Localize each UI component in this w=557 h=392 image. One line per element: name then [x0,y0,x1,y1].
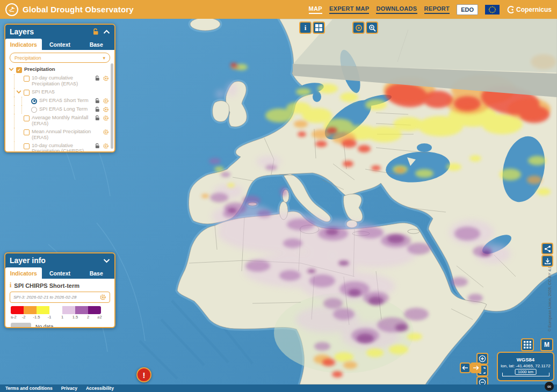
nav-downloads[interactable]: DOWNLOADS [376,5,417,14]
legend-label: 2 [87,315,89,320]
app-header: Global Drought Observatory MAPEXPERT MAP… [0,0,557,19]
zoom-area-button[interactable] [366,21,378,34]
legend-label: -2 [22,315,26,320]
download-button[interactable] [541,255,553,267]
layer-tree: ✓Precipitation10-day cumulative Precipit… [5,64,114,153]
expand-panel-icon[interactable] [103,258,110,263]
layer-tree-row: 10-day cumulative Precipitation (ERA5) [9,74,109,88]
footer-link-terms-and-conditions[interactable]: Terms and conditions [5,386,53,391]
layer-tree-row: 10-day cumulative Precipitation (CHIRPS) [9,142,109,153]
legend-labels: ≤-2-2-1.5-111.52≥2 [11,315,109,321]
no-data-label: No data [35,323,53,328]
nav-map[interactable]: MAP [309,5,322,14]
layer-checkbox[interactable]: ✓ [16,67,22,73]
share-button[interactable] [541,243,553,255]
next-extent-button[interactable] [471,362,481,373]
layer-tree-row: Average Monthly Rainfall (ERA5) [9,114,109,128]
layer-label[interactable]: Average Monthly Rainfall (ERA5) [32,115,92,127]
locate-button[interactable] [352,21,365,34]
legend-label: 1.5 [73,315,78,320]
layer-tree-row: ✓Precipitation [9,66,109,74]
layer-group-select-value: Precipitation [15,55,41,61]
map-info-button[interactable]: i [299,21,312,34]
layer-label[interactable]: Mean Annual Precipitation (ERA5) [32,129,92,141]
lock-icon[interactable] [94,75,100,81]
gear-icon[interactable] [103,75,109,82]
layer-info-header[interactable]: Layer info [5,253,114,267]
arrow-right-icon [473,365,479,371]
previous-extent-button[interactable] [460,362,471,373]
layer-checkbox[interactable] [24,129,30,135]
layers-scrollbar[interactable] [111,63,113,149]
layer-label[interactable]: SPI ERA5 Long Term [39,106,92,112]
gear-icon[interactable] [103,129,109,135]
layer-label[interactable]: 10-day cumulative Precipitation (CHIRPS) [32,143,92,153]
legend-label: ≤-2 [11,315,17,320]
layer-label[interactable]: SPI ERA5 Short Term [39,98,92,104]
tab-indicators[interactable]: Indicators [5,39,42,50]
tab-base[interactable]: Base [78,39,114,50]
gear-icon[interactable] [103,143,109,149]
gear-icon[interactable] [99,294,106,301]
layer-group-select[interactable]: Precipitation ▾ [10,53,110,63]
layer-checkbox[interactable] [24,76,30,82]
tab-context[interactable]: Context [42,39,78,50]
edo-button[interactable]: EDO [457,4,478,15]
legend-swatch [62,306,75,314]
crs-label: WGS84 [517,357,534,362]
layer-radio[interactable] [31,107,37,113]
warning-button[interactable]: ! [136,367,151,382]
layer-tree-row: Mean Annual Precipitation (ERA5) [9,128,109,142]
tab-context[interactable]: Context [42,267,78,279]
coordinates-box: WGS84 lon, lat: -41.4065, 72.1172 1000 k… [497,352,554,381]
gear-icon[interactable] [103,115,109,121]
layer-checkbox[interactable] [24,143,30,149]
legend: ≤-2-2-1.5-111.52≥2 [11,306,109,321]
zoom-out-icon [479,379,486,384]
copernicus-wordmark: Copernicus [516,6,552,13]
zoom-out-button[interactable] [476,376,488,384]
map-area[interactable]: Layers IndicatorsContextBase Precipitati… [0,19,557,384]
map-attribution: © European Union, 2026, CC BY 4.0 [547,267,552,332]
nav-report[interactable]: REPORT [424,5,450,14]
nav-expert-map[interactable]: EXPERT MAP [329,5,370,14]
layer-info-panel: Layer info IndicatorsContextBase i SPI C… [4,252,115,328]
layer-label[interactable]: 10-day cumulative Precipitation (ERA5) [32,75,92,87]
split-screen-button[interactable] [313,21,325,34]
unlock-icon[interactable] [92,28,99,35]
footer-link-accessibility[interactable]: Accessibility [86,386,114,391]
chevron-expand-icon[interactable] [9,67,14,71]
gear-icon[interactable] [103,98,109,104]
legend-label: ≥2 [97,315,102,320]
measure-button[interactable]: M [540,338,553,351]
nodata-region-north [293,19,557,72]
magnifier-plus-icon [368,24,376,32]
layer-label[interactable]: Precipitation [24,67,100,72]
scale-bar: 1000 km [502,369,549,376]
legend-swatch [75,306,88,314]
collapse-panel-icon[interactable] [103,30,110,34]
graticule-button[interactable] [521,338,534,351]
lock-icon[interactable] [94,143,100,149]
layer-label[interactable]: SPI ERA5 [32,89,100,95]
copernicus-logo: Copernicus [507,5,552,14]
layer-checkbox[interactable] [24,90,30,96]
footer-link-privacy[interactable]: Privacy [61,386,77,391]
tab-indicators[interactable]: Indicators [5,267,42,279]
gear-icon[interactable] [103,106,109,113]
chevron-expand-icon[interactable] [16,90,21,94]
accessibility-widget-icon[interactable]: ∞ [545,382,554,391]
lock-icon[interactable] [94,115,100,121]
layer-tree-row: SPI ERA5 Short Term [9,97,109,105]
zoom-in-icon [479,355,486,362]
lock-icon[interactable] [94,98,100,104]
tab-base[interactable]: Base [78,267,114,279]
layers-panel-header[interactable]: Layers [5,25,114,39]
info-icon: i [10,281,11,289]
gdo-logo-icon [5,3,18,16]
chevron-down-icon: ▾ [103,55,105,61]
lock-icon[interactable] [94,106,100,112]
layers-panel-title: Layers [10,27,34,36]
layer-checkbox[interactable] [24,115,30,121]
layer-radio[interactable] [31,98,37,104]
